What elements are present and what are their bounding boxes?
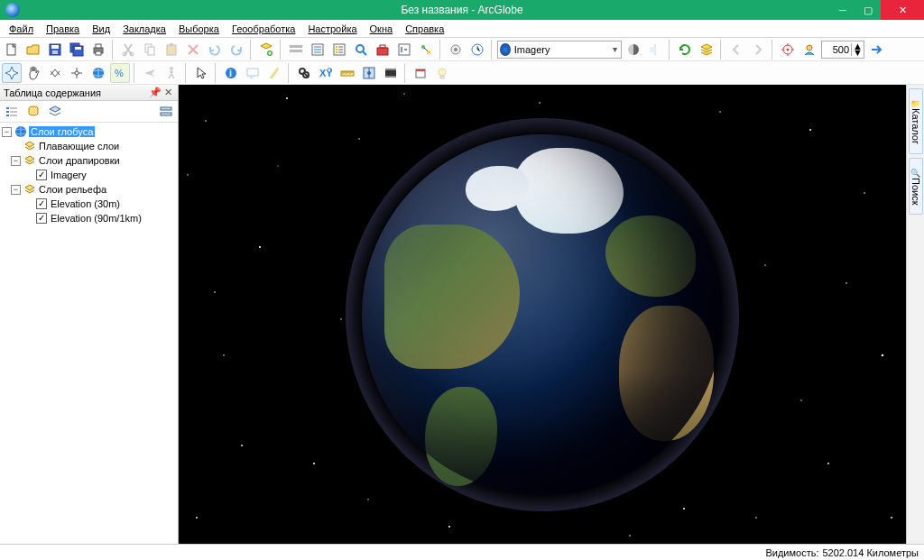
- find-button[interactable]: [294, 63, 314, 83]
- tab-catalog[interactable]: 📁Каталог: [909, 88, 923, 154]
- editor-toolbar-button[interactable]: [286, 40, 306, 60]
- distance-input[interactable]: [822, 41, 851, 58]
- layer-combo[interactable]: ▾: [497, 41, 622, 59]
- cut-button: [118, 40, 138, 60]
- collapse-icon[interactable]: −: [11, 185, 21, 195]
- identify-tool[interactable]: i: [221, 63, 241, 83]
- tree-floating[interactable]: Плавающие слои: [0, 139, 178, 153]
- svg-point-62: [358, 138, 359, 139]
- toc-title: Таблица содержания: [4, 87, 101, 98]
- tree-elev30[interactable]: ✓ Elevation (30m): [0, 197, 178, 211]
- goto-xy-button[interactable]: XY: [316, 63, 336, 83]
- select-tool[interactable]: [191, 63, 211, 83]
- distance-input-group[interactable]: ▲ ▼: [821, 41, 864, 59]
- svg-point-38: [170, 67, 173, 70]
- menu-custom[interactable]: Настройка: [302, 23, 362, 35]
- time-slider-button[interactable]: [467, 40, 487, 60]
- transparency-button[interactable]: [624, 40, 643, 60]
- refresh-button[interactable]: [675, 40, 695, 60]
- menu-view[interactable]: Вид: [87, 23, 116, 35]
- dropdown-arrow-icon[interactable]: ▾: [611, 44, 619, 54]
- collapse-icon[interactable]: −: [2, 127, 12, 137]
- center-tool[interactable]: [67, 63, 87, 83]
- globe-icon: [500, 43, 511, 56]
- menu-edit[interactable]: Правка: [41, 23, 85, 35]
- add-data-button[interactable]: [256, 40, 276, 60]
- list-by-type-button[interactable]: [45, 102, 65, 122]
- menu-window[interactable]: Окна: [365, 23, 399, 35]
- print-button[interactable]: [88, 40, 108, 60]
- cache-button[interactable]: [697, 40, 716, 60]
- options-button[interactable]: [156, 102, 176, 122]
- list-by-drawing-button[interactable]: [2, 102, 22, 122]
- menu-help[interactable]: Справка: [400, 23, 449, 35]
- checkbox-checked[interactable]: ✓: [36, 198, 47, 209]
- svg-point-86: [367, 499, 368, 500]
- python-button[interactable]: [394, 40, 414, 60]
- target-button[interactable]: [778, 40, 798, 60]
- svg-point-35: [75, 71, 79, 75]
- save-all-button[interactable]: [67, 40, 87, 60]
- svg-rect-58: [161, 113, 171, 115]
- separator: [491, 40, 494, 60]
- tree-imagery[interactable]: ✓ Imagery: [0, 168, 178, 182]
- new-button[interactable]: [2, 40, 22, 60]
- svg-point-77: [448, 526, 450, 528]
- svg-point-74: [719, 111, 720, 112]
- svg-point-78: [629, 535, 631, 537]
- svg-text:i: i: [229, 68, 232, 78]
- modelbuilder-button[interactable]: [416, 40, 436, 60]
- tab-search[interactable]: 🔍Поиск: [909, 158, 923, 215]
- menu-geoproc[interactable]: Геообработка: [226, 23, 301, 35]
- swipe-tool[interactable]: [359, 63, 379, 83]
- svg-rect-2: [51, 45, 59, 49]
- layer-combo-input[interactable]: [511, 44, 611, 55]
- list-by-source-button[interactable]: [23, 102, 43, 122]
- sun-button[interactable]: [411, 63, 430, 83]
- svg-rect-22: [377, 48, 388, 55]
- menu-select[interactable]: Выборка: [173, 23, 225, 35]
- checkbox-checked[interactable]: ✓: [36, 170, 47, 180]
- separator: [720, 40, 723, 60]
- layer-properties-button[interactable]: [446, 40, 466, 60]
- checkbox-checked[interactable]: ✓: [36, 213, 47, 224]
- spin-down[interactable]: ▼: [852, 50, 864, 56]
- animation-button[interactable]: [381, 63, 401, 83]
- pin-icon[interactable]: 📌: [149, 87, 162, 98]
- close-button[interactable]: ✕: [881, 0, 924, 20]
- svg-rect-15: [170, 43, 173, 46]
- separator: [134, 63, 136, 83]
- save-button[interactable]: [45, 40, 65, 60]
- observer-button[interactable]: [799, 40, 819, 60]
- svg-point-83: [241, 445, 243, 446]
- pan-tool[interactable]: [23, 63, 43, 83]
- search-button[interactable]: [351, 40, 371, 60]
- tree-draped[interactable]: − Слои драпировки: [0, 153, 178, 168]
- tree-elevation-group[interactable]: − Слои рельефа: [0, 182, 178, 197]
- toolbox-button[interactable]: [373, 40, 393, 60]
- menu-bookmark[interactable]: Закладка: [117, 23, 171, 35]
- vertical-exag-button[interactable]: %: [110, 63, 130, 83]
- separator: [439, 40, 442, 60]
- tree-elev90[interactable]: ✓ Elevation (90m/1km): [0, 211, 178, 225]
- measure-button[interactable]: [337, 63, 357, 83]
- visibility-value: 5202.014 Километры: [822, 547, 919, 558]
- minimize-button[interactable]: ─: [830, 0, 855, 20]
- full-extent-button[interactable]: [88, 63, 108, 83]
- open-button[interactable]: [23, 40, 43, 60]
- globe-viewport[interactable]: [179, 85, 906, 544]
- zoom-in-out-tool[interactable]: [45, 63, 65, 83]
- toc-button[interactable]: [308, 40, 328, 60]
- catalog-button[interactable]: [329, 40, 349, 60]
- separator: [280, 40, 282, 60]
- maximize-button[interactable]: ▢: [855, 0, 881, 20]
- separator: [112, 40, 115, 60]
- menu-file[interactable]: Файл: [4, 23, 39, 35]
- collapse-icon[interactable]: −: [11, 156, 21, 166]
- tree-root[interactable]: − Слои глобуса: [0, 124, 178, 139]
- redo-button: [226, 40, 246, 60]
- toc-tree[interactable]: − Слои глобуса Плавающие слои − Слои дра…: [0, 123, 178, 544]
- apply-distance-button[interactable]: [866, 40, 886, 60]
- navigate-tool[interactable]: [2, 63, 22, 83]
- close-icon[interactable]: ✕: [162, 87, 174, 98]
